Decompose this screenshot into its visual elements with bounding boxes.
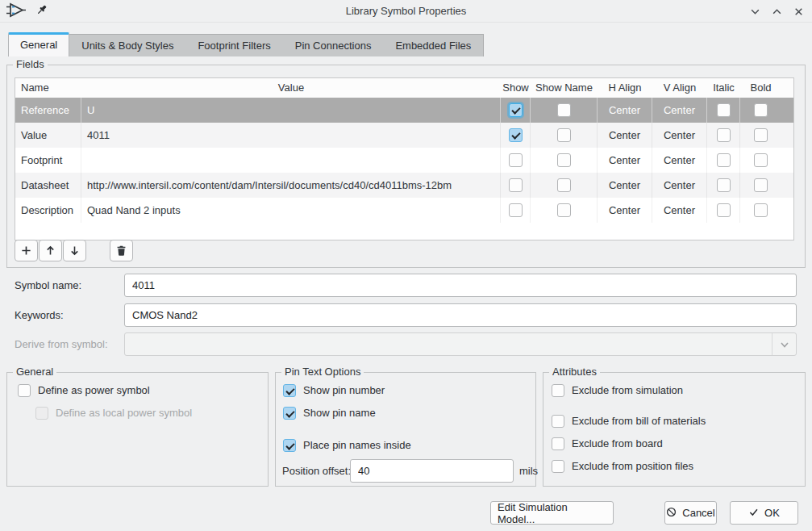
add-field-button[interactable] <box>15 240 38 261</box>
v-align-cell[interactable]: Center <box>652 123 707 148</box>
move-down-button[interactable] <box>63 240 86 261</box>
show-pin-name-checkbox[interactable] <box>283 407 296 420</box>
derive-from-symbol-label: Derive from symbol: <box>15 332 108 356</box>
show-checkbox[interactable] <box>509 128 523 142</box>
show-pin-number-checkbox[interactable] <box>283 384 296 397</box>
column-header-show[interactable]: Show <box>501 78 531 98</box>
define-power-symbol-checkbox[interactable] <box>18 384 31 397</box>
shade-window-button[interactable] <box>749 6 760 17</box>
h-align-cell[interactable]: Center <box>598 148 652 173</box>
show-name-checkbox[interactable] <box>557 128 571 142</box>
show-pin-name-option[interactable]: Show pin name <box>283 406 376 420</box>
column-header-v-align[interactable]: V Align <box>652 78 707 98</box>
h-align-cell[interactable]: Center <box>598 123 652 148</box>
italic-checkbox[interactable] <box>717 178 731 192</box>
tab-general[interactable]: General <box>8 32 69 56</box>
close-window-button[interactable] <box>793 6 804 17</box>
show-name-checkbox[interactable] <box>557 103 571 117</box>
check-icon <box>748 507 759 520</box>
define-power-symbol-option[interactable]: Define as power symbol <box>18 383 150 397</box>
italic-checkbox[interactable] <box>717 103 731 117</box>
delete-field-button[interactable] <box>110 240 133 261</box>
bold-checkbox[interactable] <box>754 203 768 217</box>
table-row-value[interactable]: Value 4011 Center Center <box>15 123 793 148</box>
titlebar: Library Symbol Properties <box>0 0 812 23</box>
fields-group-label: Fields <box>13 58 48 70</box>
move-up-button[interactable] <box>39 240 62 261</box>
field-value[interactable]: http://www.intersil.com/content/dam/Inte… <box>81 173 501 198</box>
table-row-description[interactable]: Description Quad Nand 2 inputs Center Ce… <box>15 198 793 223</box>
exclude-from-position-files-option[interactable]: Exclude from position files <box>552 459 693 473</box>
edit-simulation-model-button[interactable]: Edit Simulation Model... <box>490 501 614 525</box>
h-align-cell[interactable]: Center <box>598 198 652 223</box>
v-align-cell[interactable]: Center <box>652 198 707 223</box>
v-align-cell[interactable]: Center <box>652 173 707 198</box>
show-name-checkbox[interactable] <box>557 178 571 192</box>
v-align-cell[interactable]: Center <box>652 148 707 173</box>
field-value[interactable]: Quad Nand 2 inputs <box>81 198 501 223</box>
ok-button[interactable]: OK <box>730 501 798 525</box>
column-header-value[interactable]: Value <box>81 78 501 98</box>
column-header-italic[interactable]: Italic <box>707 78 740 98</box>
field-name[interactable]: Value <box>15 123 81 148</box>
field-name[interactable]: Datasheet <box>15 173 81 198</box>
field-name[interactable]: Reference <box>15 98 81 123</box>
position-offset-label: Position offset: <box>282 459 351 483</box>
table-row-footprint[interactable]: Footprint Center Center <box>15 148 793 173</box>
exclude-from-board-checkbox[interactable] <box>552 437 564 450</box>
show-name-checkbox[interactable] <box>557 203 571 217</box>
tab-footprint-filters[interactable]: Footprint Filters <box>185 35 282 56</box>
exclude-from-simulation-option[interactable]: Exclude from simulation <box>552 383 683 397</box>
v-align-cell[interactable]: Center <box>652 98 707 123</box>
window-title: Library Symbol Properties <box>0 0 812 23</box>
cancel-button[interactable]: Cancel <box>664 501 717 525</box>
bold-checkbox[interactable] <box>754 128 768 142</box>
exclude-from-simulation-checkbox[interactable] <box>552 384 564 397</box>
table-row-datasheet[interactable]: Datasheet http://www.intersil.com/conten… <box>15 173 793 198</box>
keywords-input[interactable] <box>124 303 797 327</box>
show-checkbox[interactable] <box>509 203 523 217</box>
keywords-label: Keywords: <box>15 303 64 327</box>
column-header-bold[interactable]: Bold <box>740 78 781 98</box>
h-align-cell[interactable]: Center <box>598 98 652 123</box>
bold-checkbox[interactable] <box>754 153 768 167</box>
bold-checkbox[interactable] <box>754 103 768 117</box>
derive-from-symbol-combobox[interactable] <box>124 332 797 356</box>
show-checkbox[interactable] <box>509 178 523 192</box>
symbol-name-input[interactable] <box>124 274 797 297</box>
show-name-checkbox[interactable] <box>557 153 571 167</box>
italic-checkbox[interactable] <box>717 203 731 217</box>
fields-table: Name Value Show Show Name H Align V Alig… <box>15 77 794 240</box>
maximize-window-button[interactable] <box>771 6 782 17</box>
tab-pin-connections[interactable]: Pin Connections <box>283 35 384 56</box>
column-header-h-align[interactable]: H Align <box>598 78 652 98</box>
show-checkbox[interactable] <box>509 103 523 117</box>
define-local-power-symbol-option: Define as local power symbol <box>35 406 192 420</box>
field-name[interactable]: Footprint <box>15 148 81 173</box>
italic-checkbox[interactable] <box>717 128 731 142</box>
exclude-from-bom-option[interactable]: Exclude from bill of materials <box>552 414 706 428</box>
field-value[interactable]: U <box>81 98 501 123</box>
show-pin-number-option[interactable]: Show pin number <box>283 383 385 397</box>
exclude-from-position-files-checkbox[interactable] <box>552 460 564 473</box>
column-header-show-name[interactable]: Show Name <box>531 78 598 98</box>
h-align-cell[interactable]: Center <box>598 173 652 198</box>
chevron-down-icon <box>772 333 796 355</box>
show-checkbox[interactable] <box>509 153 523 167</box>
place-pin-names-inside-option[interactable]: Place pin names inside <box>283 438 411 452</box>
tab-embedded-files[interactable]: Embedded Files <box>383 35 483 56</box>
bold-checkbox[interactable] <box>754 178 768 192</box>
field-name[interactable]: Description <box>15 198 81 223</box>
position-offset-input[interactable] <box>350 459 514 483</box>
field-value[interactable] <box>81 148 501 173</box>
place-pin-names-inside-checkbox[interactable] <box>283 439 296 452</box>
italic-checkbox[interactable] <box>717 153 731 167</box>
pin-text-options-group-label: Pin Text Options <box>281 366 364 378</box>
exclude-from-bom-checkbox[interactable] <box>552 415 564 428</box>
define-local-power-symbol-checkbox <box>35 407 48 420</box>
table-row-reference[interactable]: Reference U Center Center <box>15 98 793 123</box>
tab-units-body-styles[interactable]: Units & Body Styles <box>69 35 185 56</box>
exclude-from-board-option[interactable]: Exclude from board <box>552 437 663 450</box>
column-header-name[interactable]: Name <box>15 78 81 98</box>
field-value[interactable]: 4011 <box>81 123 501 148</box>
